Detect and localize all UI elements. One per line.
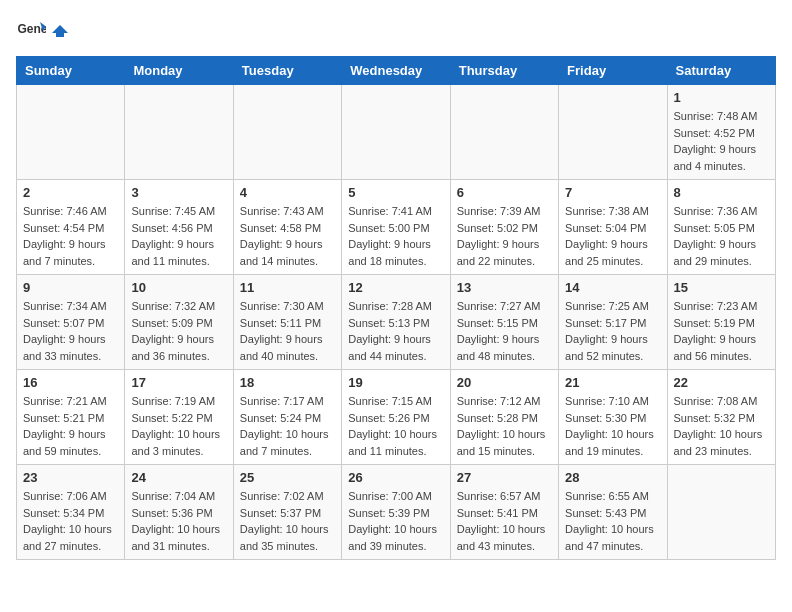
week-row: 1Sunrise: 7:48 AM Sunset: 4:52 PM Daylig… xyxy=(17,85,776,180)
header-cell-thursday: Thursday xyxy=(450,57,558,85)
day-info: Sunrise: 7:27 AM Sunset: 5:15 PM Dayligh… xyxy=(457,298,552,364)
day-info: Sunrise: 7:23 AM Sunset: 5:19 PM Dayligh… xyxy=(674,298,769,364)
day-number: 12 xyxy=(348,280,443,295)
day-number: 16 xyxy=(23,375,118,390)
header-cell-monday: Monday xyxy=(125,57,233,85)
logo-icon: General xyxy=(16,16,46,46)
calendar-cell: 5Sunrise: 7:41 AM Sunset: 5:00 PM Daylig… xyxy=(342,180,450,275)
calendar-cell xyxy=(667,465,775,560)
svg-marker-1 xyxy=(52,25,68,37)
calendar-cell: 17Sunrise: 7:19 AM Sunset: 5:22 PM Dayli… xyxy=(125,370,233,465)
calendar-cell xyxy=(450,85,558,180)
day-number: 5 xyxy=(348,185,443,200)
calendar-cell: 7Sunrise: 7:38 AM Sunset: 5:04 PM Daylig… xyxy=(559,180,667,275)
logo-arrow-icon xyxy=(52,23,68,39)
calendar-cell: 16Sunrise: 7:21 AM Sunset: 5:21 PM Dayli… xyxy=(17,370,125,465)
day-number: 6 xyxy=(457,185,552,200)
header-row: SundayMondayTuesdayWednesdayThursdayFrid… xyxy=(17,57,776,85)
day-info: Sunrise: 7:15 AM Sunset: 5:26 PM Dayligh… xyxy=(348,393,443,459)
header-cell-sunday: Sunday xyxy=(17,57,125,85)
day-number: 9 xyxy=(23,280,118,295)
day-info: Sunrise: 7:41 AM Sunset: 5:00 PM Dayligh… xyxy=(348,203,443,269)
calendar-cell: 8Sunrise: 7:36 AM Sunset: 5:05 PM Daylig… xyxy=(667,180,775,275)
calendar-cell: 26Sunrise: 7:00 AM Sunset: 5:39 PM Dayli… xyxy=(342,465,450,560)
header: General xyxy=(16,16,776,46)
week-row: 23Sunrise: 7:06 AM Sunset: 5:34 PM Dayli… xyxy=(17,465,776,560)
calendar-cell: 19Sunrise: 7:15 AM Sunset: 5:26 PM Dayli… xyxy=(342,370,450,465)
day-number: 7 xyxy=(565,185,660,200)
day-info: Sunrise: 7:28 AM Sunset: 5:13 PM Dayligh… xyxy=(348,298,443,364)
day-info: Sunrise: 7:43 AM Sunset: 4:58 PM Dayligh… xyxy=(240,203,335,269)
day-number: 24 xyxy=(131,470,226,485)
calendar-cell: 9Sunrise: 7:34 AM Sunset: 5:07 PM Daylig… xyxy=(17,275,125,370)
calendar-cell: 25Sunrise: 7:02 AM Sunset: 5:37 PM Dayli… xyxy=(233,465,341,560)
calendar-table: SundayMondayTuesdayWednesdayThursdayFrid… xyxy=(16,56,776,560)
day-info: Sunrise: 7:38 AM Sunset: 5:04 PM Dayligh… xyxy=(565,203,660,269)
day-info: Sunrise: 7:48 AM Sunset: 4:52 PM Dayligh… xyxy=(674,108,769,174)
week-row: 9Sunrise: 7:34 AM Sunset: 5:07 PM Daylig… xyxy=(17,275,776,370)
day-info: Sunrise: 7:32 AM Sunset: 5:09 PM Dayligh… xyxy=(131,298,226,364)
calendar-cell: 2Sunrise: 7:46 AM Sunset: 4:54 PM Daylig… xyxy=(17,180,125,275)
header-cell-tuesday: Tuesday xyxy=(233,57,341,85)
calendar-cell: 6Sunrise: 7:39 AM Sunset: 5:02 PM Daylig… xyxy=(450,180,558,275)
day-number: 1 xyxy=(674,90,769,105)
day-number: 3 xyxy=(131,185,226,200)
day-number: 10 xyxy=(131,280,226,295)
calendar-cell xyxy=(342,85,450,180)
day-number: 22 xyxy=(674,375,769,390)
week-row: 16Sunrise: 7:21 AM Sunset: 5:21 PM Dayli… xyxy=(17,370,776,465)
calendar-cell: 27Sunrise: 6:57 AM Sunset: 5:41 PM Dayli… xyxy=(450,465,558,560)
day-info: Sunrise: 7:12 AM Sunset: 5:28 PM Dayligh… xyxy=(457,393,552,459)
logo: General xyxy=(16,16,70,46)
day-info: Sunrise: 7:08 AM Sunset: 5:32 PM Dayligh… xyxy=(674,393,769,459)
day-number: 11 xyxy=(240,280,335,295)
calendar-cell: 11Sunrise: 7:30 AM Sunset: 5:11 PM Dayli… xyxy=(233,275,341,370)
day-info: Sunrise: 7:39 AM Sunset: 5:02 PM Dayligh… xyxy=(457,203,552,269)
calendar-cell: 3Sunrise: 7:45 AM Sunset: 4:56 PM Daylig… xyxy=(125,180,233,275)
day-info: Sunrise: 7:34 AM Sunset: 5:07 PM Dayligh… xyxy=(23,298,118,364)
day-info: Sunrise: 6:57 AM Sunset: 5:41 PM Dayligh… xyxy=(457,488,552,554)
day-info: Sunrise: 7:19 AM Sunset: 5:22 PM Dayligh… xyxy=(131,393,226,459)
day-info: Sunrise: 7:30 AM Sunset: 5:11 PM Dayligh… xyxy=(240,298,335,364)
day-number: 4 xyxy=(240,185,335,200)
day-info: Sunrise: 6:55 AM Sunset: 5:43 PM Dayligh… xyxy=(565,488,660,554)
calendar-cell: 1Sunrise: 7:48 AM Sunset: 4:52 PM Daylig… xyxy=(667,85,775,180)
day-number: 19 xyxy=(348,375,443,390)
day-number: 25 xyxy=(240,470,335,485)
calendar-cell: 14Sunrise: 7:25 AM Sunset: 5:17 PM Dayli… xyxy=(559,275,667,370)
calendar-cell: 28Sunrise: 6:55 AM Sunset: 5:43 PM Dayli… xyxy=(559,465,667,560)
day-number: 20 xyxy=(457,375,552,390)
day-number: 15 xyxy=(674,280,769,295)
day-info: Sunrise: 7:04 AM Sunset: 5:36 PM Dayligh… xyxy=(131,488,226,554)
calendar-cell: 4Sunrise: 7:43 AM Sunset: 4:58 PM Daylig… xyxy=(233,180,341,275)
header-cell-saturday: Saturday xyxy=(667,57,775,85)
day-info: Sunrise: 7:45 AM Sunset: 4:56 PM Dayligh… xyxy=(131,203,226,269)
day-number: 14 xyxy=(565,280,660,295)
calendar-cell: 24Sunrise: 7:04 AM Sunset: 5:36 PM Dayli… xyxy=(125,465,233,560)
day-info: Sunrise: 7:10 AM Sunset: 5:30 PM Dayligh… xyxy=(565,393,660,459)
calendar-cell xyxy=(17,85,125,180)
day-number: 2 xyxy=(23,185,118,200)
header-cell-friday: Friday xyxy=(559,57,667,85)
day-info: Sunrise: 7:25 AM Sunset: 5:17 PM Dayligh… xyxy=(565,298,660,364)
day-info: Sunrise: 7:21 AM Sunset: 5:21 PM Dayligh… xyxy=(23,393,118,459)
calendar-cell: 18Sunrise: 7:17 AM Sunset: 5:24 PM Dayli… xyxy=(233,370,341,465)
calendar-cell: 15Sunrise: 7:23 AM Sunset: 5:19 PM Dayli… xyxy=(667,275,775,370)
day-info: Sunrise: 7:46 AM Sunset: 4:54 PM Dayligh… xyxy=(23,203,118,269)
calendar-cell: 21Sunrise: 7:10 AM Sunset: 5:30 PM Dayli… xyxy=(559,370,667,465)
calendar-cell: 10Sunrise: 7:32 AM Sunset: 5:09 PM Dayli… xyxy=(125,275,233,370)
day-info: Sunrise: 7:00 AM Sunset: 5:39 PM Dayligh… xyxy=(348,488,443,554)
day-number: 8 xyxy=(674,185,769,200)
day-number: 28 xyxy=(565,470,660,485)
header-cell-wednesday: Wednesday xyxy=(342,57,450,85)
day-number: 27 xyxy=(457,470,552,485)
calendar-cell xyxy=(125,85,233,180)
calendar-cell: 23Sunrise: 7:06 AM Sunset: 5:34 PM Dayli… xyxy=(17,465,125,560)
day-number: 18 xyxy=(240,375,335,390)
calendar-cell: 20Sunrise: 7:12 AM Sunset: 5:28 PM Dayli… xyxy=(450,370,558,465)
calendar-cell: 13Sunrise: 7:27 AM Sunset: 5:15 PM Dayli… xyxy=(450,275,558,370)
week-row: 2Sunrise: 7:46 AM Sunset: 4:54 PM Daylig… xyxy=(17,180,776,275)
day-number: 21 xyxy=(565,375,660,390)
calendar-cell: 22Sunrise: 7:08 AM Sunset: 5:32 PM Dayli… xyxy=(667,370,775,465)
day-number: 23 xyxy=(23,470,118,485)
